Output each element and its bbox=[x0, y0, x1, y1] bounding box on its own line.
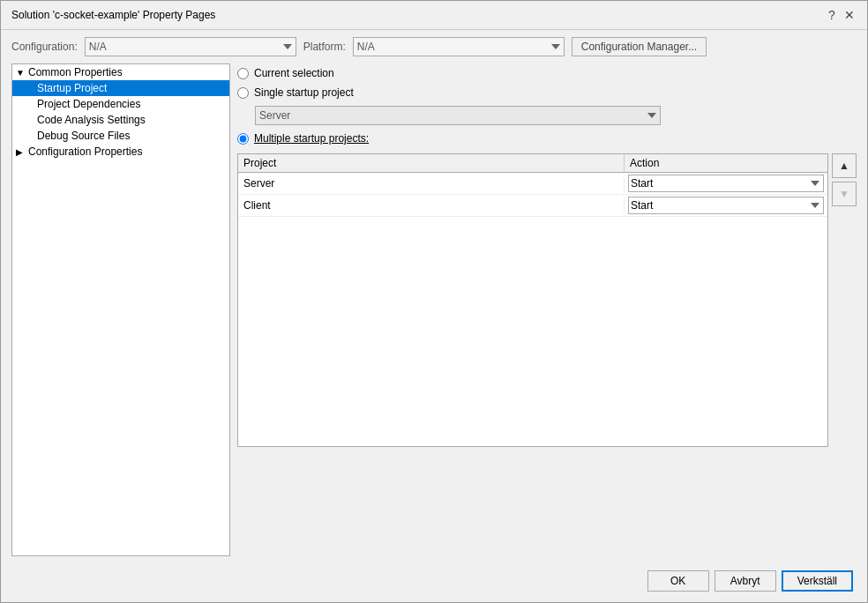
title-bar-buttons: ? ✕ bbox=[825, 8, 857, 22]
help-button[interactable]: ? bbox=[825, 8, 839, 22]
right-panel: Current selection Single startup project… bbox=[237, 63, 857, 556]
table-header: Project Action bbox=[238, 154, 827, 173]
cancel-button[interactable]: Avbryt bbox=[715, 570, 776, 592]
current-selection-radio[interactable] bbox=[237, 68, 249, 79]
current-selection-row: Current selection bbox=[237, 67, 857, 79]
debug-source-files-label: Debug Source Files bbox=[37, 130, 130, 142]
tree-panel: ▼ Common Properties Startup Project Proj… bbox=[11, 63, 230, 556]
action-select-server[interactable]: Start None Start without debugging bbox=[628, 175, 824, 192]
multiple-startup-radio[interactable] bbox=[237, 133, 249, 145]
tree-item-common-properties[interactable]: ▼ Common Properties bbox=[12, 64, 229, 80]
main-content: ▼ Common Properties Startup Project Proj… bbox=[1, 63, 867, 563]
title-bar: Solution 'c-socket-example' Property Pag… bbox=[1, 1, 867, 30]
col-action-header: Action bbox=[625, 154, 827, 172]
single-startup-radio[interactable] bbox=[237, 87, 249, 99]
project-client: Client bbox=[238, 197, 625, 214]
config-bar: Configuration: N/A Platform: N/A Configu… bbox=[1, 30, 867, 63]
footer: OK Avbryt Verkställ bbox=[1, 563, 867, 602]
platform-label: Platform: bbox=[303, 41, 346, 53]
single-project-row: Server bbox=[237, 106, 857, 125]
multiple-startup-label[interactable]: Multiple startup projects: bbox=[254, 132, 369, 145]
action-server: Start None Start without debugging bbox=[625, 173, 827, 194]
project-server: Server bbox=[238, 175, 625, 192]
arrow-buttons: ▲ ▼ bbox=[832, 153, 857, 447]
multiple-startup-row: Multiple startup projects: bbox=[237, 132, 857, 145]
tree-item-code-analysis-settings[interactable]: Code Analysis Settings bbox=[12, 112, 229, 128]
code-analysis-settings-label: Code Analysis Settings bbox=[37, 114, 146, 126]
property-pages-dialog: Solution 'c-socket-example' Property Pag… bbox=[0, 0, 868, 603]
tree-item-project-dependencies[interactable]: Project Dependencies bbox=[12, 96, 229, 112]
multiple-startup-text: ultiple startup projects: bbox=[263, 132, 369, 145]
single-startup-row: Single startup project bbox=[237, 86, 857, 99]
ok-button[interactable]: OK bbox=[647, 570, 709, 592]
configuration-select[interactable]: N/A bbox=[85, 37, 296, 56]
single-project-select[interactable]: Server bbox=[255, 106, 661, 125]
tree-item-debug-source-files[interactable]: Debug Source Files bbox=[12, 128, 229, 144]
action-select-client[interactable]: Start None Start without debugging bbox=[628, 197, 824, 214]
close-button[interactable]: ✕ bbox=[842, 8, 857, 22]
common-properties-label: Common Properties bbox=[28, 66, 123, 78]
tree-item-configuration-properties[interactable]: ▶ Configuration Properties bbox=[12, 144, 229, 160]
dialog-title: Solution 'c-socket-example' Property Pag… bbox=[11, 9, 215, 21]
startup-options: Current selection Single startup project… bbox=[237, 67, 857, 145]
table-row-client: Client Start None Start without debuggin… bbox=[238, 195, 827, 217]
arrow-up-icon: ▲ bbox=[839, 160, 849, 172]
expand-arrow-icon: ▶ bbox=[16, 147, 28, 157]
single-startup-label[interactable]: Single startup project bbox=[254, 86, 354, 99]
collapse-arrow-icon: ▼ bbox=[16, 68, 28, 78]
projects-table-container: Project Action Server Start None Start w… bbox=[237, 153, 857, 447]
current-selection-label[interactable]: Current selection bbox=[254, 67, 334, 79]
col-project-header: Project bbox=[238, 154, 625, 172]
configuration-manager-button[interactable]: Configuration Manager... bbox=[572, 37, 707, 56]
arrow-down-icon: ▼ bbox=[839, 188, 849, 200]
startup-project-label: Startup Project bbox=[37, 82, 107, 94]
table-row-server: Server Start None Start without debuggin… bbox=[238, 173, 827, 195]
move-down-button[interactable]: ▼ bbox=[832, 182, 857, 206]
move-up-button[interactable]: ▲ bbox=[832, 153, 857, 178]
tree-item-startup-project[interactable]: Startup Project bbox=[12, 80, 229, 96]
project-dependencies-label: Project Dependencies bbox=[37, 98, 140, 110]
platform-select[interactable]: N/A bbox=[353, 37, 565, 56]
apply-button[interactable]: Verkställ bbox=[782, 570, 853, 592]
projects-table: Project Action Server Start None Start w… bbox=[237, 153, 828, 447]
configuration-label: Configuration: bbox=[11, 41, 78, 53]
table-filler bbox=[238, 217, 827, 446]
configuration-properties-label: Configuration Properties bbox=[28, 145, 142, 158]
action-client: Start None Start without debugging bbox=[625, 195, 827, 216]
